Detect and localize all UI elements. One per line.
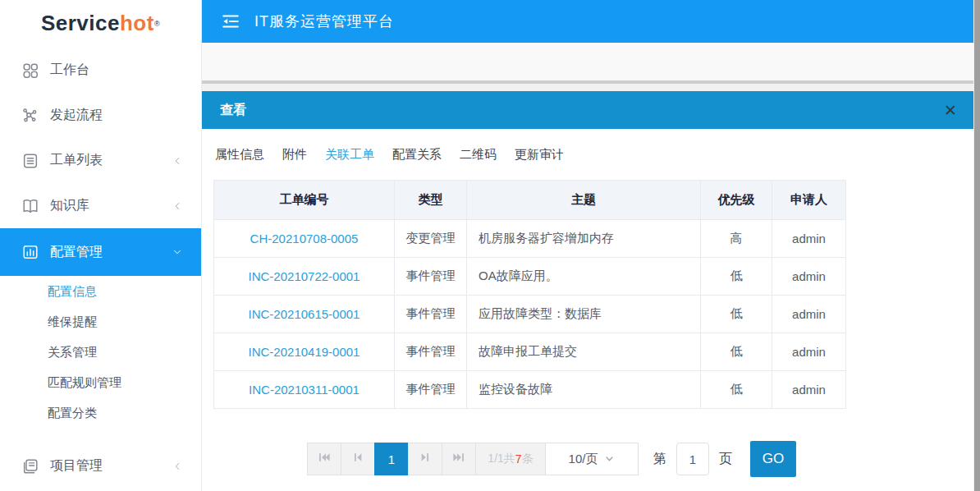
sidebar-menu: 工作台 发起流程 <box>0 48 201 489</box>
page-jump: 第 页 <box>653 443 732 475</box>
workorder-link[interactable]: INC-20210722-0001 <box>214 258 395 296</box>
panel-title: 查看 <box>220 102 944 119</box>
workorder-type: 事件管理 <box>395 296 467 333</box>
workorder-applicant: admin <box>772 371 846 409</box>
next-page-button[interactable] <box>408 443 442 475</box>
project-icon <box>21 457 39 475</box>
flow-icon <box>21 107 39 125</box>
sidebar-item-workbench[interactable]: 工作台 <box>0 48 201 93</box>
table-row: INC-20210419-0001 事件管理 故障申报工单提交 低 admin <box>214 333 846 371</box>
page-count-prefix: 1/1共 <box>488 452 515 466</box>
tab-attribute-info[interactable]: 属性信息 <box>215 147 264 163</box>
logo-text-service: Service <box>41 11 120 36</box>
col-header-type: 类型 <box>395 181 467 220</box>
workorder-priority: 低 <box>701 258 772 296</box>
sidebar-item-knowledge-base[interactable]: 知识库 <box>0 183 201 228</box>
sidebar-item-workorder-list[interactable]: 工单列表 <box>0 138 201 183</box>
workorder-priority: 低 <box>701 296 772 333</box>
tab-update-audit[interactable]: 更新审计 <box>515 147 564 163</box>
workorder-applicant: admin <box>772 258 846 296</box>
chevron-left-icon <box>172 200 183 212</box>
col-header-workorder-id: 工单编号 <box>214 181 395 220</box>
list-icon <box>21 152 39 170</box>
top-bar: IT服务运营管理平台 <box>202 0 980 43</box>
menu-fold-icon[interactable] <box>220 11 241 32</box>
workorder-subject: 监控设备故障 <box>467 371 701 409</box>
view-panel-body: 属性信息 附件 关联工单 配置关系 二维码 更新审计 工单编号 类型 主题 优先… <box>202 129 980 491</box>
workorder-applicant: admin <box>772 296 846 333</box>
logo-text-hot: hot <box>120 11 154 36</box>
sidebar-item-project-management[interactable]: 项目管理 <box>0 443 201 489</box>
chevron-left-icon <box>172 155 183 167</box>
chevron-left-icon <box>172 461 183 472</box>
last-page-icon <box>452 451 465 467</box>
platform-title: IT服务运营管理平台 <box>254 11 394 31</box>
prev-page-button[interactable] <box>341 443 375 475</box>
workorder-priority: 高 <box>701 220 772 258</box>
page-count-info: 1/1共7条 <box>475 443 546 475</box>
page-size-value: 10/页 <box>569 452 598 467</box>
go-button[interactable]: GO <box>750 441 796 477</box>
logo-registered-mark: ® <box>154 20 160 28</box>
tab-qr-code[interactable]: 二维码 <box>460 147 497 163</box>
sidebar-item-label: 配置管理 <box>50 244 172 261</box>
workorder-subject: 机房服务器扩容增加内存 <box>467 220 701 258</box>
sidebar-item-label: 工单列表 <box>50 152 172 169</box>
grid-icon <box>21 62 39 80</box>
table-row: CH-20210708-0005 变更管理 机房服务器扩容增加内存 高 admi… <box>214 220 846 258</box>
table-row: INC-20210722-0001 事件管理 OA故障应用。 低 admin <box>214 258 846 296</box>
col-header-applicant: 申请人 <box>772 181 846 220</box>
table-row: INC-20210615-0001 事件管理 应用故障类型：数据库 低 admi… <box>214 296 846 333</box>
sidebar-item-label: 项目管理 <box>50 457 172 475</box>
sidebar-subitem-maintenance-reminder[interactable]: 维保提醒 <box>0 306 201 337</box>
workorder-link[interactable]: INC-20210419-0001 <box>214 333 395 371</box>
chart-icon <box>21 243 39 261</box>
page-count-suffix: 条 <box>522 452 534 466</box>
main-area: IT服务运营管理平台 查看 ✕ 属性信息 附件 关联工单 配置关系 二维码 更新… <box>202 0 980 491</box>
view-panel: 查看 ✕ 属性信息 附件 关联工单 配置关系 二维码 更新审计 工单编号 类型 … <box>202 91 980 491</box>
sidebar-subitem-config-info[interactable]: 配置信息 <box>0 276 201 306</box>
workorder-applicant: admin <box>772 333 846 371</box>
jump-label-post: 页 <box>719 451 732 468</box>
total-records: 7 <box>515 452 522 466</box>
first-page-button[interactable] <box>307 443 341 475</box>
tab-config-relationship[interactable]: 配置关系 <box>392 147 442 163</box>
sidebar-item-label: 发起流程 <box>50 107 183 124</box>
sidebar-item-initiate-process[interactable]: 发起流程 <box>0 93 201 138</box>
tab-attachments[interactable]: 附件 <box>282 147 307 163</box>
book-icon <box>21 197 39 215</box>
breadcrumb-strip <box>202 43 980 80</box>
sidebar-item-label: 知识库 <box>50 197 172 214</box>
workorder-type: 事件管理 <box>395 258 467 296</box>
sidebar-subitem-config-classification[interactable]: 配置分类 <box>0 397 201 428</box>
workorder-priority: 低 <box>701 333 772 371</box>
prev-page-icon <box>351 451 364 467</box>
vertical-scrollbar[interactable] <box>973 0 980 491</box>
sidebar-subitem-matching-rules[interactable]: 匹配规则管理 <box>0 367 201 397</box>
sidebar-item-label: 工作台 <box>50 62 183 79</box>
close-icon[interactable]: ✕ <box>944 103 957 118</box>
workorder-link[interactable]: INC-20210615-0001 <box>214 296 395 333</box>
servicehot-logo[interactable]: Servicehot® <box>0 0 201 46</box>
last-page-button[interactable] <box>442 443 476 475</box>
tab-related-workorders[interactable]: 关联工单 <box>325 147 374 163</box>
table-header-row: 工单编号 类型 主题 优先级 申请人 <box>214 181 846 220</box>
page-size-select[interactable]: 10/页 <box>545 443 639 475</box>
workorder-subject: 应用故障类型：数据库 <box>467 296 701 333</box>
workorder-subject: OA故障应用。 <box>467 258 701 296</box>
workorder-type: 事件管理 <box>395 333 467 371</box>
workorder-link[interactable]: CH-20210708-0005 <box>214 220 395 258</box>
sidebar-subitem-relationship-management[interactable]: 关系管理 <box>0 337 201 367</box>
first-page-icon <box>318 451 331 467</box>
page-number-button[interactable]: 1 <box>374 443 409 475</box>
workorder-type: 事件管理 <box>395 371 467 409</box>
scrollbar-thumb[interactable] <box>974 0 980 491</box>
sidebar-item-config-management[interactable]: 配置管理 <box>0 228 201 276</box>
page-jump-input[interactable] <box>676 443 709 475</box>
workorder-link[interactable]: INC-20210311-0001 <box>214 371 395 409</box>
col-header-priority: 优先级 <box>701 181 772 220</box>
workorder-priority: 低 <box>701 371 772 409</box>
workorder-applicant: admin <box>772 220 846 258</box>
workorder-subject: 故障申报工单提交 <box>467 333 701 371</box>
gap-strip <box>202 84 980 91</box>
